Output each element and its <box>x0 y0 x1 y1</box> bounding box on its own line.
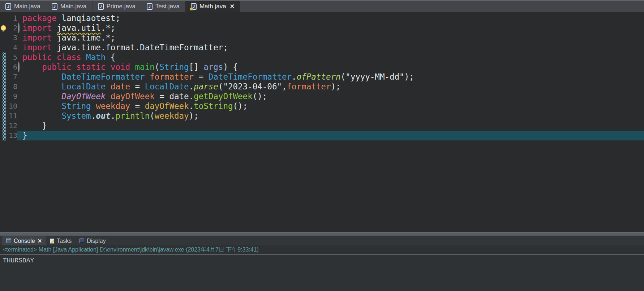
token: args <box>203 62 223 72</box>
token <box>22 92 61 101</box>
token: import <box>22 23 52 33</box>
token: DateTimeFormatter <box>61 72 145 81</box>
code-text[interactable]: import java.time.*; <box>22 33 644 43</box>
token: ); <box>331 82 340 91</box>
line-number: 8 <box>8 82 17 92</box>
token <box>130 62 135 72</box>
panel-splitter[interactable] <box>0 232 644 236</box>
token: String <box>61 101 91 111</box>
editor-tab-bar: J Main.java J Main.java J Prime.java J T… <box>0 0 644 12</box>
editor-tab-Main.java[interactable]: J Main.java <box>0 1 46 12</box>
code-text[interactable]: import java.util.*; <box>22 23 644 33</box>
console-tab-Display[interactable]: Display <box>76 236 110 245</box>
java-file-icon: J <box>147 3 153 10</box>
console-icon <box>6 239 11 243</box>
fold-margin[interactable] <box>17 23 22 33</box>
console-close-icon[interactable]: ✕ <box>38 238 42 244</box>
token: [] <box>189 62 204 72</box>
token: LocalDate <box>61 82 106 91</box>
code-line-8[interactable]: 8 LocalDate date = LocalDate.parse("2023… <box>0 82 644 92</box>
java-file-icon: J <box>52 3 57 10</box>
code-line-6[interactable]: 6 public static void main(String[] args)… <box>0 62 644 72</box>
token: parse <box>194 82 218 91</box>
editor-tab-Main.java[interactable]: J Main.java <box>46 1 93 12</box>
java-file-icon: J <box>5 3 11 10</box>
annotation-ruler-cell[interactable] <box>0 13 8 23</box>
line-number: 2 <box>8 23 17 33</box>
token: public static void <box>42 62 130 72</box>
token: LocalDate <box>145 82 189 91</box>
code-line-10[interactable]: 10 String weekday = dayOfWeek.toString()… <box>0 101 644 111</box>
code-line-9[interactable]: 9 DayOfWeek dayOfWeek = date.getDayOfWee… <box>0 92 644 101</box>
line-number: 6 <box>8 62 17 72</box>
token: import <box>22 43 52 52</box>
console-tab-Console[interactable]: Console ✕ <box>2 236 46 245</box>
editor-tab-Test.java[interactable]: J Test.java <box>141 1 185 12</box>
editor-tab-Prime.java[interactable]: J Prime.java <box>93 1 141 12</box>
code-line-1[interactable]: 1package lanqiaotest; <box>0 13 644 23</box>
token: formatter <box>150 72 194 81</box>
fold-margin <box>17 43 22 52</box>
fold-margin <box>17 101 22 111</box>
fold-collapse-icon[interactable] <box>18 22 20 33</box>
code-line-11[interactable]: 11 System.out.println(weekday); <box>0 111 644 121</box>
tab-label: Main.java <box>60 3 87 10</box>
java-file-icon: J <box>98 3 104 10</box>
tab-close-icon[interactable]: ✕ <box>230 3 235 10</box>
java-file-icon: J <box>191 3 197 10</box>
tasks-icon <box>50 239 54 244</box>
line-number: 13 <box>8 131 17 140</box>
code-text[interactable]: DateTimeFormatter formatter = DateTimeFo… <box>22 72 644 82</box>
fold-margin[interactable] <box>17 62 22 72</box>
token: weekday <box>155 111 189 121</box>
code-line-7[interactable]: 7 DateTimeFormatter formatter = DateTime… <box>0 72 644 82</box>
code-text[interactable]: LocalDate date = LocalDate.parse("2023-0… <box>22 82 644 92</box>
code-line-4[interactable]: 4import java.time.format.DateTimeFormatt… <box>0 43 644 52</box>
token: = <box>130 82 145 91</box>
code-line-13[interactable]: 13} <box>0 131 644 140</box>
token <box>91 101 96 111</box>
code-area[interactable]: 1package lanqiaotest;2import java.util.*… <box>0 13 644 140</box>
code-editor[interactable]: 1package lanqiaotest;2import java.util.*… <box>0 12 644 232</box>
token: formatter <box>287 82 331 91</box>
editor-tab-Math.java[interactable]: J Math.java ✕ <box>185 1 240 12</box>
code-line-3[interactable]: 3import java.time.*; <box>0 33 644 43</box>
code-text[interactable]: } <box>22 121 644 131</box>
token: System <box>61 111 91 121</box>
code-text[interactable]: import java.time.format.DateTimeFormatte… <box>22 43 644 52</box>
code-text[interactable]: public static void main(String[] args) { <box>22 62 644 72</box>
code-text[interactable]: DayOfWeek dayOfWeek = date.getDayOfWeek(… <box>22 92 644 101</box>
token <box>145 72 150 81</box>
token: Math <box>86 52 106 62</box>
code-line-2[interactable]: 2import java.util.*; <box>0 23 644 33</box>
token <box>106 82 111 91</box>
tab-label: Tasks <box>57 238 72 244</box>
code-text[interactable]: } <box>22 131 644 140</box>
token: "2023-04-06" <box>223 82 282 91</box>
tab-label: Math.java <box>199 3 226 10</box>
token: . <box>189 82 194 91</box>
code-line-12[interactable]: 12 } <box>0 121 644 131</box>
code-line-5[interactable]: 5public class Math { <box>0 52 644 62</box>
fold-margin <box>17 92 22 101</box>
annotation-ruler-cell[interactable] <box>0 43 8 52</box>
token: println <box>115 111 150 121</box>
fold-collapse-icon[interactable] <box>18 62 20 72</box>
display-icon <box>80 239 84 243</box>
code-text[interactable]: String weekday = dayOfWeek.toString(); <box>22 101 644 111</box>
warning-lightbulb-icon[interactable] <box>1 25 6 31</box>
token: ); <box>404 72 414 81</box>
token: DayOfWeek <box>61 92 106 101</box>
code-text[interactable]: public class Math { <box>22 52 644 62</box>
token: java.util <box>57 23 101 33</box>
annotation-ruler-cell[interactable] <box>0 33 8 43</box>
console-output[interactable]: THURSDAY <box>0 255 644 291</box>
token: . <box>189 101 194 111</box>
code-text[interactable]: package lanqiaotest; <box>22 13 644 23</box>
token: ( <box>218 82 223 91</box>
token: = <box>194 72 209 81</box>
console-tab-Tasks[interactable]: Tasks <box>46 236 76 245</box>
token: . <box>189 92 194 101</box>
token: dayOfWeek <box>111 92 155 101</box>
code-text[interactable]: System.out.println(weekday); <box>22 111 644 121</box>
